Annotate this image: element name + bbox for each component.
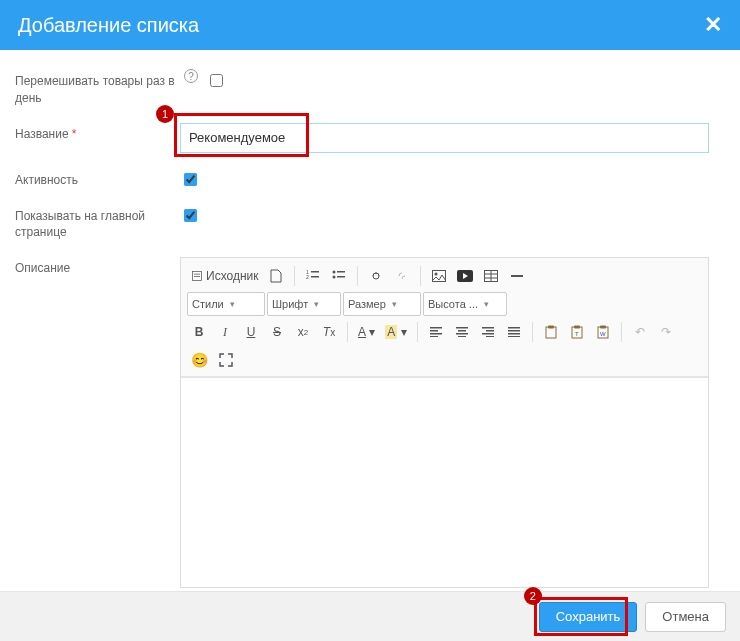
- svg-rect-36: [548, 326, 554, 329]
- label-activity: Активность: [15, 169, 180, 189]
- emoji-icon[interactable]: 😊: [187, 348, 212, 372]
- save-button-label: Сохранить: [556, 609, 621, 624]
- bold-icon[interactable]: B: [187, 320, 211, 344]
- annotation-marker-1: 1: [156, 105, 174, 123]
- svg-rect-33: [508, 333, 520, 335]
- image-icon[interactable]: [427, 264, 451, 288]
- editor-toolbar: Исходник 12: [181, 258, 708, 377]
- lineheight-select[interactable]: Высота ...: [423, 292, 507, 316]
- name-input[interactable]: [180, 123, 709, 153]
- svg-point-12: [435, 273, 438, 276]
- svg-rect-29: [482, 333, 494, 335]
- svg-rect-20: [430, 330, 438, 332]
- source-label: Исходник: [206, 269, 258, 283]
- svg-rect-19: [430, 327, 442, 329]
- svg-rect-1: [194, 274, 200, 275]
- dialog-footer: 2 Сохранить Отмена: [0, 591, 740, 641]
- show-main-checkbox[interactable]: [184, 209, 197, 222]
- svg-rect-24: [458, 330, 466, 332]
- annotation-marker-2: 2: [524, 587, 542, 605]
- dialog-title: Добавление списка: [18, 14, 199, 37]
- underline-icon[interactable]: U: [239, 320, 263, 344]
- form-body: Перемешивать товары раз в день ? Названи…: [0, 50, 740, 636]
- close-icon[interactable]: ✕: [704, 12, 722, 38]
- svg-text:T: T: [575, 331, 579, 337]
- source-button[interactable]: Исходник: [187, 264, 262, 288]
- bg-color-icon[interactable]: A ▾: [381, 320, 410, 344]
- paste-icon[interactable]: [539, 320, 563, 344]
- svg-rect-27: [482, 327, 494, 329]
- align-center-icon[interactable]: [450, 320, 474, 344]
- activity-checkbox[interactable]: [184, 173, 197, 186]
- svg-rect-35: [546, 327, 556, 338]
- svg-rect-34: [508, 336, 520, 337]
- svg-rect-4: [311, 271, 319, 273]
- svg-rect-31: [508, 327, 520, 329]
- save-button[interactable]: Сохранить: [539, 602, 638, 632]
- svg-rect-8: [337, 271, 345, 273]
- align-right-icon[interactable]: [476, 320, 500, 344]
- unlink-icon[interactable]: [390, 264, 414, 288]
- undo-icon[interactable]: ↶: [628, 320, 652, 344]
- label-shuffle: Перемешивать товары раз в день: [15, 70, 180, 107]
- label-name-text: Название: [15, 127, 69, 141]
- svg-rect-32: [508, 330, 520, 332]
- label-show-main: Показывать на главной странице: [15, 205, 180, 242]
- label-description: Описание: [15, 257, 180, 277]
- svg-rect-10: [337, 276, 345, 278]
- link-icon[interactable]: [364, 264, 388, 288]
- svg-rect-38: [574, 326, 580, 329]
- strike-icon[interactable]: S: [265, 320, 289, 344]
- align-justify-icon[interactable]: [502, 320, 526, 344]
- paste-text-icon[interactable]: T: [565, 320, 589, 344]
- size-select-label: Размер: [348, 298, 386, 310]
- svg-point-9: [333, 276, 336, 279]
- help-icon[interactable]: ?: [184, 69, 198, 83]
- svg-rect-2: [194, 276, 200, 277]
- video-icon[interactable]: [453, 264, 477, 288]
- svg-rect-25: [456, 333, 468, 335]
- svg-text:2: 2: [306, 274, 309, 280]
- paste-word-icon[interactable]: W: [591, 320, 615, 344]
- shuffle-checkbox[interactable]: [210, 74, 223, 87]
- new-page-icon[interactable]: [264, 264, 288, 288]
- svg-rect-22: [430, 336, 438, 337]
- redo-icon[interactable]: ↷: [654, 320, 678, 344]
- label-shuffle-text: Перемешивать товары раз в день: [15, 74, 175, 105]
- svg-rect-26: [458, 336, 466, 337]
- cancel-button[interactable]: Отмена: [645, 602, 726, 632]
- cancel-button-label: Отмена: [662, 609, 709, 624]
- maximize-icon[interactable]: [214, 348, 238, 372]
- svg-point-7: [333, 271, 336, 274]
- font-select-label: Шрифт: [272, 298, 308, 310]
- size-select[interactable]: Размер: [343, 292, 421, 316]
- numbered-list-icon[interactable]: 12: [301, 264, 325, 288]
- label-name: Название*: [15, 123, 180, 143]
- align-left-icon[interactable]: [424, 320, 448, 344]
- svg-rect-30: [486, 336, 494, 337]
- editor-content[interactable]: [181, 377, 708, 587]
- svg-rect-23: [456, 327, 468, 329]
- hr-icon[interactable]: [505, 264, 529, 288]
- lineheight-select-label: Высота ...: [428, 298, 478, 310]
- table-icon[interactable]: [479, 264, 503, 288]
- italic-icon[interactable]: I: [213, 320, 237, 344]
- svg-rect-28: [486, 330, 494, 332]
- rich-text-editor: Исходник 12: [180, 257, 709, 588]
- clear-format-icon[interactable]: Tx: [317, 320, 341, 344]
- styles-select[interactable]: Стили: [187, 292, 265, 316]
- svg-rect-41: [600, 326, 606, 329]
- font-select[interactable]: Шрифт: [267, 292, 341, 316]
- text-color-icon[interactable]: A ▾: [354, 320, 379, 344]
- styles-select-label: Стили: [192, 298, 224, 310]
- bullet-list-icon[interactable]: [327, 264, 351, 288]
- svg-text:W: W: [600, 331, 606, 337]
- dialog-header: Добавление списка ✕: [0, 0, 740, 50]
- svg-rect-21: [430, 333, 442, 335]
- svg-rect-6: [311, 276, 319, 278]
- subscript-icon[interactable]: x2: [291, 320, 315, 344]
